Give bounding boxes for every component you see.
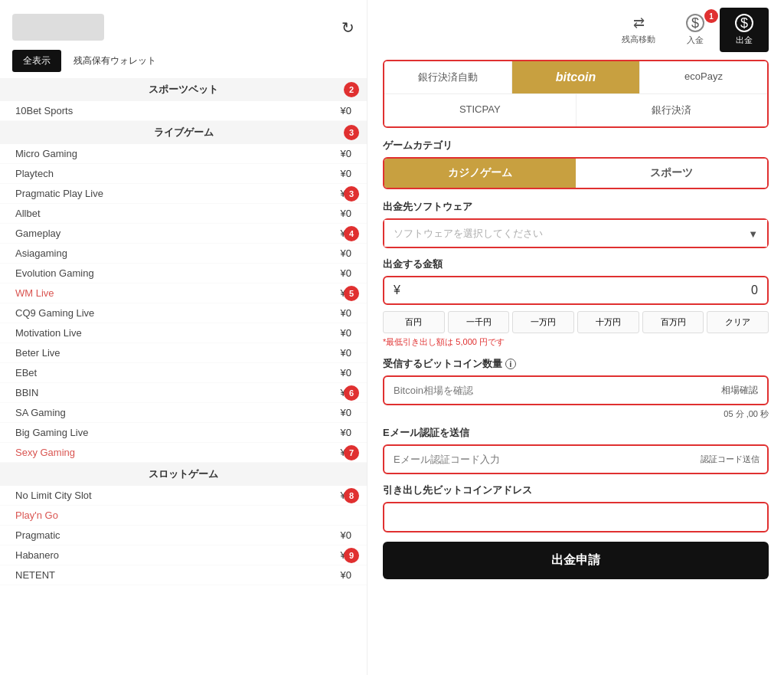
- list-item: Pragmatic¥0: [0, 526, 367, 546]
- amount-field: ¥: [383, 276, 769, 305]
- section-sports-bet: スポーツベット 2: [0, 78, 367, 101]
- game-category-label: ゲームカテゴリ: [383, 139, 769, 152]
- software-select-wrapper: ソフトウェアを選択してください ▼: [383, 218, 769, 248]
- email-input-row: 認証コード送信: [383, 444, 769, 474]
- bitcoin-receive-label: 受信するビットコイン数量 i: [383, 357, 769, 371]
- send-code-button[interactable]: 認証コード送信: [693, 447, 767, 471]
- list-item: Evolution Gaming¥0: [0, 264, 367, 283]
- withdraw-nav: $ 出金: [720, 8, 769, 52]
- list-item: WM Live ¥0 5: [0, 283, 367, 303]
- info-icon: i: [505, 359, 516, 369]
- logo: [12, 14, 104, 41]
- top-nav: ⇄ 残高移動 $ 入金 1 $ 出金: [383, 8, 769, 52]
- list-item: Micro Gaming¥0: [0, 144, 367, 164]
- quick-100000[interactable]: 十万円: [577, 311, 639, 333]
- game-category-row: カジノゲーム スポーツ: [384, 159, 767, 188]
- list-item: Big Gaming Live¥0: [0, 423, 367, 443]
- rate-check-button[interactable]: 相場確認: [712, 378, 767, 403]
- bitcoin-input-row: 相場確認: [383, 375, 769, 405]
- software-select[interactable]: ソフトウェアを選択してください: [384, 220, 767, 247]
- list-item: BBIN ¥0 6: [0, 383, 367, 403]
- list-item: NETENT¥0: [0, 565, 367, 585]
- refresh-icon[interactable]: ↻: [341, 18, 354, 37]
- cat-casino[interactable]: カジノゲーム: [384, 159, 576, 188]
- quick-1000000[interactable]: 百万円: [642, 311, 704, 333]
- section-slot-game: スロットゲーム: [0, 463, 367, 486]
- timer-text: 05 分 ,00 秒: [383, 408, 769, 420]
- payment-methods: 銀行決済自動 bitcoin ecoPayz STICPAY 銀行決済: [383, 60, 769, 128]
- wallet-tabs: 全表示 残高保有ウォレット: [0, 50, 367, 72]
- list-item: Habanero ¥0 9: [0, 546, 367, 565]
- bitcoin-receive-section: 受信するビットコイン数量 i 相場確認 05 分 ,00 秒: [383, 357, 769, 420]
- quick-1000[interactable]: 一千円: [448, 311, 510, 333]
- payment-row-top: 銀行決済自動 bitcoin ecoPayz: [384, 61, 767, 93]
- min-note: *最低引き出し額は 5,000 円です: [383, 336, 769, 348]
- list-item: 10Bet Sports ¥0: [0, 101, 367, 121]
- badge-8: 8: [344, 488, 359, 503]
- withdraw-button[interactable]: $ 出金: [720, 8, 769, 52]
- withdraw-icon: $: [735, 14, 753, 32]
- bitcoin-address-input[interactable]: [394, 511, 758, 523]
- bitcoin-input[interactable]: [384, 377, 712, 404]
- email-input[interactable]: [384, 446, 693, 473]
- list-item: Playtech¥0: [0, 164, 367, 184]
- badge-5: 5: [344, 286, 359, 301]
- list-item: Sexy Gaming ¥0 7: [0, 443, 367, 463]
- quick-100[interactable]: 百円: [383, 311, 445, 333]
- tab-all[interactable]: 全表示: [12, 50, 61, 72]
- payment-row-bottom: STICPAY 銀行決済: [384, 93, 767, 126]
- deposit-icon: $: [686, 14, 704, 32]
- badge-9: 9: [344, 548, 359, 563]
- payment-bank[interactable]: 銀行決済: [577, 94, 768, 126]
- list-item: SA Gaming¥0: [0, 403, 367, 423]
- section-live-game: ライブゲーム 3: [0, 121, 367, 144]
- top-bar: ↻: [0, 8, 367, 50]
- left-panel: ↻ 全表示 残高保有ウォレット スポーツベット 2 10Bet Sports ¥…: [0, 0, 368, 675]
- list-item: Play'n Go: [0, 506, 367, 526]
- payment-bank-auto[interactable]: 銀行決済自動: [384, 61, 512, 93]
- amount-label: 出金する金額: [383, 257, 769, 271]
- email-auth-label: Eメール認証を送信: [383, 426, 769, 440]
- quick-clear[interactable]: クリア: [707, 311, 769, 333]
- list-item: CQ9 Gaming Live¥0: [0, 303, 367, 323]
- badge-4: 4: [344, 226, 359, 241]
- list-item: Beter Live¥0: [0, 343, 367, 363]
- payment-ecopayz[interactable]: ecoPayz: [640, 61, 767, 93]
- badge-3b: 3: [344, 186, 359, 202]
- quick-amount-row: 百円 一千円 一万円 十万円 百万円 クリア: [383, 311, 769, 333]
- cat-sports[interactable]: スポーツ: [576, 159, 767, 188]
- game-category-section: カジノゲーム スポーツ: [383, 157, 769, 189]
- software-label: 出金先ソフトウェア: [383, 200, 769, 214]
- amount-input[interactable]: [407, 283, 758, 297]
- tab-with-balance[interactable]: 残高保有ウォレット: [63, 50, 167, 72]
- badge-2: 2: [344, 82, 359, 97]
- payment-bitcoin[interactable]: bitcoin: [512, 61, 640, 93]
- list-item: Pragmatic Play Live ¥0 3: [0, 184, 367, 204]
- list-item: EBet¥0: [0, 363, 367, 383]
- list-item: No Limit City Slot ¥0 8: [0, 486, 367, 506]
- transfer-nav: ⇄ 残高移動: [606, 8, 671, 51]
- badge-7: 7: [344, 445, 359, 460]
- list-item: Allbet¥0: [0, 204, 367, 224]
- transfer-button[interactable]: ⇄ 残高移動: [606, 8, 671, 51]
- badge-3: 3: [344, 125, 359, 140]
- bitcoin-address-label: 引き出し先ビットコインアドレス: [383, 483, 769, 497]
- badge-6: 6: [344, 385, 359, 401]
- submit-button[interactable]: 出金申請: [383, 542, 769, 579]
- deposit-nav: $ 入金 1: [671, 8, 720, 52]
- list-item: Motivation Live¥0: [0, 323, 367, 343]
- deposit-badge: 1: [704, 9, 718, 23]
- payment-sticpay[interactable]: STICPAY: [384, 94, 577, 126]
- transfer-icon: ⇄: [633, 15, 645, 31]
- list-item: Gameplay ¥0 4: [0, 224, 367, 244]
- bitcoin-address-field[interactable]: [383, 502, 769, 532]
- right-panel: ⇄ 残高移動 $ 入金 1 $ 出金 銀行決済自動: [368, 0, 784, 675]
- list-item: Asiagaming¥0: [0, 244, 367, 264]
- yen-symbol: ¥: [394, 283, 400, 297]
- quick-10000[interactable]: 一万円: [512, 311, 574, 333]
